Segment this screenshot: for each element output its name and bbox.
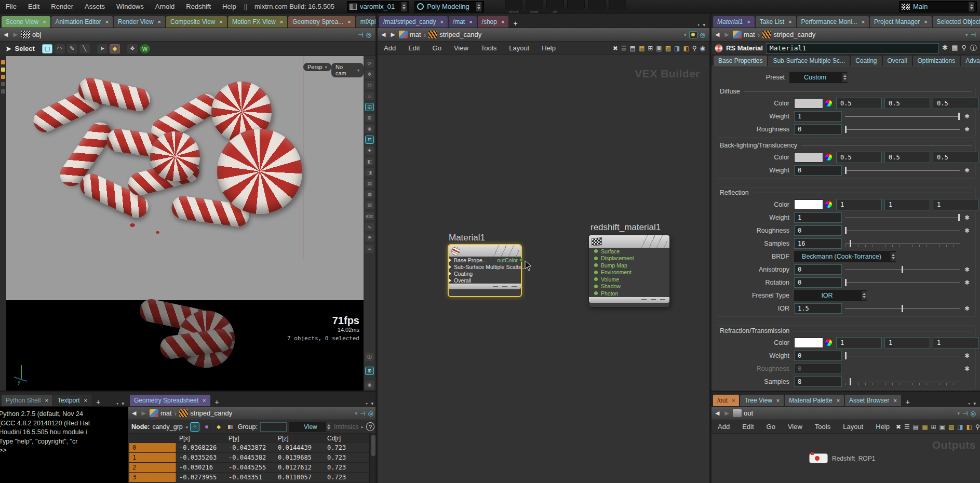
tab-params-take-list[interactable]: Take List× — [756, 16, 796, 28]
param-value-field[interactable]: 16 — [794, 238, 842, 249]
eye-icon[interactable]: ◉ — [700, 45, 705, 52]
menu-network-view[interactable]: View — [448, 42, 475, 55]
snapshot-icon[interactable]: ▣ — [939, 423, 945, 431]
input-connector-icon[interactable] — [449, 258, 451, 262]
slider-handle[interactable] — [958, 113, 960, 120]
shelf-set-selector[interactable]: Poly Modeling — [414, 1, 484, 12]
horizontal-splitter[interactable] — [711, 391, 980, 392]
python-shell-output[interactable]: Python 2.7.5 (default, Nov 24[GCC 4.8.2 … — [0, 407, 128, 483]
param-value-field[interactable]: 1.5 — [794, 303, 842, 314]
color-swatch[interactable] — [794, 152, 823, 163]
param-slider[interactable] — [845, 304, 960, 313]
shelf-tool-0[interactable]: short — [505, 0, 522, 14]
shelf-tool-3[interactable] — [567, 0, 585, 9]
back-arrow-icon[interactable]: ◀ — [2, 31, 9, 38]
color-wheel-icon[interactable] — [825, 154, 832, 160]
param-value-field[interactable]: 0 — [794, 165, 842, 176]
menu-windows[interactable]: Windows — [111, 0, 150, 13]
group-input[interactable] — [260, 422, 287, 432]
gear-icon[interactable]: ✱ — [942, 44, 948, 53]
dropdown-spinner[interactable] — [861, 291, 867, 300]
shade-icon[interactable]: ▦ — [365, 190, 374, 198]
view-spinner[interactable] — [326, 422, 331, 432]
desktop-spinner[interactable] — [401, 2, 407, 11]
text-icon[interactable]: abc — [365, 212, 374, 220]
color-component-field[interactable]: 0.5 — [933, 152, 978, 163]
param-slider[interactable] — [845, 365, 960, 373]
color-swatch[interactable] — [794, 98, 823, 109]
param-tab-base-properties[interactable]: Base Properties — [714, 56, 767, 66]
column-header-P[x][interactable]: P[x] — [176, 434, 225, 442]
link-target-icon[interactable]: ◎ — [700, 31, 705, 38]
desktop-selector[interactable]: varomix_01 — [347, 1, 409, 12]
forward-arrow-icon[interactable]: ▶ — [389, 31, 396, 38]
param-menu-star-icon[interactable]: ✱ — [963, 352, 971, 359]
tab-close-icon[interactable]: × — [219, 19, 222, 25]
column-header-Cd[r][interactable]: Cd[r] — [324, 434, 366, 442]
dropdown-spinner[interactable] — [890, 252, 896, 261]
menu-out-tools[interactable]: Tools — [809, 420, 837, 433]
scene-switcher[interactable]: Main — [899, 1, 977, 12]
breadcrumb-mat[interactable]: mat — [410, 31, 421, 38]
table-row[interactable]: 2-0.030216-0.04452550.01276120.723 — [129, 463, 369, 473]
param-value-field[interactable]: 8 — [794, 377, 842, 387]
view-icon[interactable]: ⟳ — [365, 59, 374, 68]
pin-icon[interactable]: ⊣ — [358, 31, 363, 38]
back-arrow-icon[interactable]: ◀ — [714, 31, 721, 38]
tab-scene-scene-view[interactable]: Scene View× — [2, 16, 50, 28]
intrinsics-expand-icon[interactable]: ▸ — [361, 424, 364, 430]
breadcrumb-striped-candy[interactable]: striped_candy — [773, 31, 815, 38]
new-tab-button[interactable]: + — [902, 398, 914, 406]
tool-marker-icon[interactable] — [1, 82, 5, 86]
camera-icon[interactable]: ▤ — [365, 179, 374, 187]
material-node-input-overall[interactable]: Overall — [449, 277, 521, 284]
param-menu-star-icon[interactable]: ✱ — [963, 365, 971, 372]
node-value[interactable]: candy_grp — [152, 423, 182, 431]
node-dropdown-icon[interactable]: ◂ — [185, 424, 188, 430]
param-tab-advanced[interactable]: Advanced — [961, 56, 980, 66]
param-slider[interactable] — [845, 125, 960, 133]
tab-params-selected-objects[interactable]: Selected Objects× — [933, 16, 980, 28]
slider-handle[interactable] — [902, 305, 903, 312]
color-swatch[interactable] — [794, 199, 823, 210]
color-component-field[interactable]: 1 — [884, 199, 930, 210]
shelf-set-spinner[interactable] — [476, 2, 481, 11]
pin-icon[interactable]: ⊣ — [962, 410, 968, 417]
gallery-icon[interactable]: ◧ — [683, 45, 689, 52]
tab-close-icon[interactable]: × — [203, 397, 206, 404]
link-target-icon[interactable]: ◎ — [366, 31, 371, 38]
vertical-splitter[interactable] — [375, 14, 378, 483]
port-connector-icon[interactable] — [594, 257, 598, 260]
snapshot-icon[interactable]: ▣ — [656, 45, 662, 52]
new-tab-button[interactable]: + — [92, 398, 104, 406]
note-icon[interactable]: ▨ — [948, 423, 954, 431]
output-connector-icon[interactable] — [519, 258, 523, 262]
image-icon[interactable]: ◨ — [957, 423, 963, 431]
tab-close-icon[interactable]: × — [924, 19, 927, 25]
param-value-field[interactable]: 0 — [794, 264, 842, 275]
menu-out-layout[interactable]: Layout — [837, 420, 869, 433]
menu-out-add[interactable]: Add — [711, 420, 736, 433]
tab-out--out[interactable]: /out× — [713, 395, 739, 406]
save-icon[interactable]: ▤ — [951, 44, 958, 53]
param-slider[interactable] — [845, 166, 960, 175]
slider-handle[interactable] — [850, 378, 851, 385]
param-menu-star-icon[interactable]: ✱ — [963, 266, 971, 273]
new-tab-button[interactable]: + — [211, 398, 223, 406]
forward-arrow-icon[interactable]: ▶ — [723, 410, 730, 417]
display-icon[interactable]: ≡ — [365, 245, 374, 253]
tool-marker-icon[interactable] — [1, 75, 5, 79]
menu-network-help[interactable]: Help — [535, 42, 562, 55]
no-cam-button[interactable]: No cam▾ — [331, 63, 364, 77]
param-menu-star-icon[interactable]: ✱ — [963, 279, 971, 286]
tab-network--mat-striped-candy[interactable]: /mat/striped_candy× — [379, 16, 448, 28]
shelf-tool-1[interactable]: start — [526, 0, 543, 14]
tab-params-material1[interactable]: Material1× — [713, 16, 755, 28]
color-component-field[interactable]: 1 — [836, 199, 882, 210]
tab-network--mat[interactable]: /mat× — [449, 16, 477, 28]
help-icon[interactable]: ? — [366, 422, 374, 431]
param-tab-sub-surface-multiple-sc-[interactable]: Sub-Surface Multiple Sc... — [768, 56, 850, 66]
column-header-P[y][interactable]: P[y] — [225, 434, 275, 442]
back-arrow-icon[interactable]: ◀ — [714, 410, 721, 417]
select-icon[interactable]: ⊞ — [365, 114, 374, 122]
